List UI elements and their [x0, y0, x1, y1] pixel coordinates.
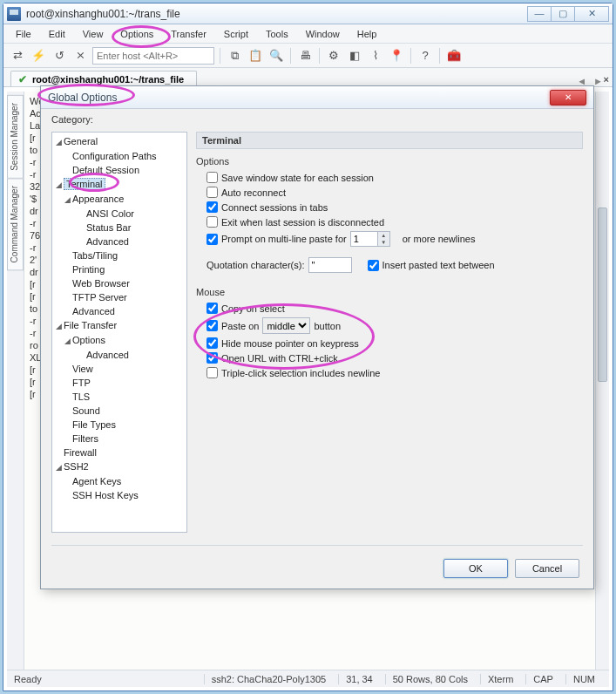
scrollbar[interactable] — [595, 92, 609, 671]
exit-last-label: Exit when last session is disconnected — [221, 217, 384, 228]
tree-item-ssh-host-keys[interactable]: SSH Host Keys — [52, 488, 186, 502]
menu-bar: File Edit View Options Transfer Script T… — [3, 24, 613, 44]
tree-item-configuration-paths[interactable]: Configuration Paths — [52, 149, 186, 163]
status-bar: Ready ssh2: ChaCha20-Poly1305 31, 34 50 … — [7, 670, 609, 687]
status-cipher: ssh2: ChaCha20-Poly1305 — [204, 674, 333, 684]
tree-item-options[interactable]: ◢Options — [52, 333, 186, 348]
tools-icon[interactable]: 🧰 — [445, 47, 463, 65]
disconnect-icon[interactable]: ⨯ — [71, 47, 89, 65]
tab-strip: ✔ root@xinshanghu001:~/trans_file × ◄ ► — [3, 68, 613, 87]
tree-item-view[interactable]: View — [52, 362, 186, 376]
session-tab[interactable]: ✔ root@xinshanghu001:~/trans_file × — [10, 71, 197, 86]
tree-item-filters[interactable]: Filters — [52, 432, 186, 446]
auto-reconnect-checkbox[interactable] — [206, 187, 218, 198]
status-num: NUM — [565, 674, 602, 684]
triple-click-checkbox[interactable] — [206, 367, 218, 378]
ok-button[interactable]: OK — [443, 559, 508, 578]
quotation-input[interactable] — [308, 257, 352, 273]
menu-edit[interactable]: Edit — [42, 27, 72, 41]
triple-click-label: Triple-click selection includes newline — [221, 368, 380, 378]
paste-icon[interactable]: 📋 — [247, 47, 264, 65]
tree-item-ssh2[interactable]: ◢SSH2 — [52, 459, 186, 474]
settings-icon[interactable]: ⚙ — [325, 47, 342, 65]
quotation-label: Quotation character(s): — [206, 260, 305, 270]
tree-item-firewall[interactable]: Firewall — [52, 446, 186, 459]
tree-item-sound[interactable]: Sound — [52, 404, 186, 418]
appearance-icon[interactable]: ◧ — [346, 47, 363, 65]
tab-label: root@xinshanghu001:~/trans_file — [32, 74, 184, 85]
prompt-paste-value[interactable] — [351, 232, 377, 246]
dialog-title-bar: Global Options ✕ — [41, 86, 593, 109]
insert-between-label: Insert pasted text between — [382, 260, 495, 270]
tree-item-tabs-tiling[interactable]: Tabs/Tiling — [52, 248, 186, 262]
tree-item-agent-keys[interactable]: Agent Keys — [52, 474, 186, 488]
prompt-paste-spinner[interactable]: ▲▼ — [350, 231, 390, 247]
tree-item-printing[interactable]: Printing — [52, 262, 186, 276]
tree-item-advanced[interactable]: Advanced — [52, 304, 186, 318]
copy-on-select-checkbox[interactable] — [206, 303, 218, 314]
category-tree[interactable]: ◢GeneralConfiguration PathsDefault Sessi… — [51, 132, 187, 533]
save-state-checkbox[interactable] — [206, 172, 218, 183]
tree-item-default-session[interactable]: Default Session — [52, 163, 186, 177]
quick-connect-icon[interactable]: ⚡ — [30, 47, 47, 65]
find-icon[interactable]: 🔍 — [267, 47, 285, 65]
menu-view[interactable]: View — [76, 27, 111, 41]
menu-help[interactable]: Help — [350, 27, 384, 41]
dialog-title: Global Options — [48, 92, 550, 104]
connected-icon: ✔ — [18, 73, 27, 85]
reconnect-icon[interactable]: ↺ — [51, 47, 68, 65]
sftp-icon[interactable]: 📍 — [388, 47, 405, 65]
menu-window[interactable]: Window — [299, 27, 347, 41]
status-cursor-pos: 31, 34 — [338, 674, 380, 684]
tree-item-tftp-server[interactable]: TFTP Server — [52, 290, 186, 304]
hide-pointer-checkbox[interactable] — [206, 337, 218, 349]
tab-close-icon[interactable]: × — [604, 74, 609, 85]
tree-item-file-types[interactable]: File Types — [52, 418, 186, 432]
session-manager-tab[interactable]: Session Manager — [7, 95, 24, 179]
copy-on-select-label: Copy on select — [221, 303, 285, 314]
menu-options[interactable]: Options — [113, 27, 160, 41]
insert-between-checkbox[interactable] — [368, 260, 379, 271]
tree-item-web-browser[interactable]: Web Browser — [52, 276, 186, 290]
maximize-button[interactable]: ▢ — [551, 6, 575, 22]
close-button[interactable]: ✕ — [574, 6, 609, 22]
host-input[interactable] — [92, 47, 214, 65]
menu-script[interactable]: Script — [217, 27, 255, 41]
tree-item-tls[interactable]: TLS — [52, 390, 186, 404]
tree-item-file-transfer[interactable]: ◢File Transfer — [52, 318, 186, 333]
status-size: 50 Rows, 80 Cols — [385, 674, 475, 684]
tree-item-appearance[interactable]: ◢Appearance — [52, 192, 186, 207]
command-manager-tab[interactable]: Command Manager — [7, 178, 24, 270]
tree-item-general[interactable]: ◢General — [52, 134, 186, 149]
exit-last-checkbox[interactable] — [206, 216, 218, 228]
open-url-label: Open URL with CTRL+click — [221, 353, 338, 364]
copy-icon[interactable]: ⧉ — [226, 47, 243, 65]
section-header: Terminal — [196, 132, 583, 149]
menu-tools[interactable]: Tools — [259, 27, 295, 41]
connect-icon[interactable]: ⇄ — [9, 47, 26, 65]
tree-item-advanced[interactable]: Advanced — [52, 348, 186, 362]
prompt-paste-checkbox[interactable] — [206, 234, 218, 245]
open-url-checkbox[interactable] — [206, 352, 218, 364]
auto-reconnect-label: Auto reconnect — [221, 187, 286, 198]
cancel-button[interactable]: Cancel — [515, 559, 579, 578]
settings-pane: Terminal Options Save window state for e… — [196, 132, 583, 545]
paste-on-suffix: button — [314, 321, 341, 331]
tree-item-ansi-color[interactable]: ANSI Color — [52, 207, 186, 221]
window-title: root@xinshanghu001:~/trans_file — [26, 8, 528, 20]
key-icon[interactable]: ⌇ — [367, 47, 384, 65]
dialog-close-button[interactable]: ✕ — [550, 90, 586, 105]
tree-item-ftp[interactable]: FTP — [52, 376, 186, 390]
print-icon[interactable]: 🖶 — [296, 47, 314, 65]
menu-transfer[interactable]: Transfer — [164, 27, 213, 41]
global-options-dialog: Global Options ✕ Category: ◢GeneralConfi… — [40, 85, 594, 589]
connect-tabs-checkbox[interactable] — [206, 201, 218, 213]
help-icon[interactable]: ? — [416, 47, 434, 65]
tree-item-terminal[interactable]: ◢Terminal — [52, 177, 186, 192]
menu-file[interactable]: File — [9, 27, 38, 41]
paste-on-select[interactable]: middle — [262, 317, 310, 334]
tree-item-status-bar[interactable]: Status Bar — [52, 221, 186, 235]
paste-on-checkbox[interactable] — [206, 320, 218, 331]
tree-item-advanced[interactable]: Advanced — [52, 235, 186, 248]
minimize-button[interactable]: — — [527, 6, 552, 22]
